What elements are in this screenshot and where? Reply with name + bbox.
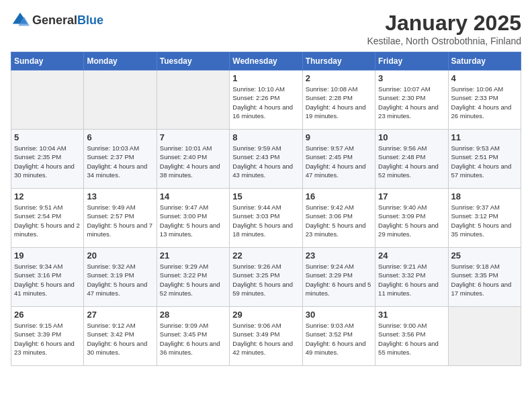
day-number: 26 (14, 310, 81, 320)
day-number: 27 (87, 310, 153, 320)
day-info: Sunrise: 9:37 AM Sunset: 3:12 PM Dayligh… (451, 203, 518, 238)
calendar-cell: 22Sunrise: 9:26 AM Sunset: 3:25 PM Dayli… (230, 248, 302, 307)
day-info: Sunrise: 9:06 AM Sunset: 3:49 PM Dayligh… (232, 321, 299, 357)
day-number: 9 (306, 132, 372, 142)
day-info: Sunrise: 10:03 AM Sunset: 2:37 PM Daylig… (87, 144, 153, 179)
calendar-cell (448, 307, 521, 366)
day-number: 7 (160, 132, 226, 142)
logo-icon (11, 11, 30, 30)
header: GeneralBlue January 2025 Kestilae, North… (11, 11, 521, 46)
calendar-cell: 26Sunrise: 9:15 AM Sunset: 3:39 PM Dayli… (11, 307, 84, 366)
day-info: Sunrise: 9:51 AM Sunset: 2:54 PM Dayligh… (14, 203, 81, 238)
day-number: 23 (306, 250, 372, 261)
day-info: Sunrise: 9:49 AM Sunset: 2:57 PM Dayligh… (87, 203, 153, 238)
day-number: 5 (14, 132, 81, 142)
calendar-cell: 30Sunrise: 9:03 AM Sunset: 3:52 PM Dayli… (302, 307, 375, 366)
calendar-cell: 6Sunrise: 10:03 AM Sunset: 2:37 PM Dayli… (84, 130, 157, 189)
day-info: Sunrise: 9:32 AM Sunset: 3:19 PM Dayligh… (87, 262, 153, 298)
day-info: Sunrise: 9:15 AM Sunset: 3:39 PM Dayligh… (14, 321, 81, 357)
day-info: Sunrise: 10:04 AM Sunset: 2:35 PM Daylig… (14, 144, 81, 179)
calendar-cell: 21Sunrise: 9:29 AM Sunset: 3:22 PM Dayli… (157, 248, 229, 307)
day-info: Sunrise: 10:10 AM Sunset: 2:26 PM Daylig… (232, 85, 299, 120)
title-area: January 2025 Kestilae, North Ostrobothni… (367, 11, 521, 46)
calendar-cell (157, 71, 229, 130)
day-info: Sunrise: 9:03 AM Sunset: 3:52 PM Dayligh… (306, 321, 372, 357)
calendar-cell (11, 71, 84, 130)
header-day-wednesday: Wednesday (230, 52, 302, 71)
week-row-3: 12Sunrise: 9:51 AM Sunset: 2:54 PM Dayli… (11, 189, 521, 248)
day-info: Sunrise: 9:18 AM Sunset: 3:35 PM Dayligh… (451, 262, 518, 298)
day-info: Sunrise: 10:06 AM Sunset: 2:33 PM Daylig… (451, 85, 518, 120)
header-day-tuesday: Tuesday (157, 52, 229, 71)
day-info: Sunrise: 10:07 AM Sunset: 2:30 PM Daylig… (378, 85, 445, 120)
day-info: Sunrise: 9:26 AM Sunset: 3:25 PM Dayligh… (232, 262, 299, 298)
day-info: Sunrise: 9:44 AM Sunset: 3:03 PM Dayligh… (232, 203, 299, 238)
day-info: Sunrise: 9:53 AM Sunset: 2:51 PM Dayligh… (451, 144, 518, 179)
logo: GeneralBlue (11, 11, 103, 30)
calendar-cell: 20Sunrise: 9:32 AM Sunset: 3:19 PM Dayli… (84, 248, 157, 307)
day-info: Sunrise: 9:59 AM Sunset: 2:43 PM Dayligh… (232, 144, 299, 179)
day-number: 18 (451, 191, 518, 201)
day-number: 14 (160, 191, 226, 201)
day-info: Sunrise: 9:57 AM Sunset: 2:45 PM Dayligh… (306, 144, 372, 179)
calendar-cell: 28Sunrise: 9:09 AM Sunset: 3:45 PM Dayli… (157, 307, 229, 366)
calendar-cell: 8Sunrise: 9:59 AM Sunset: 2:43 PM Daylig… (230, 130, 302, 189)
logo-text-blue: Blue (77, 13, 103, 27)
calendar-cell (84, 71, 157, 130)
calendar-cell: 9Sunrise: 9:57 AM Sunset: 2:45 PM Daylig… (302, 130, 375, 189)
day-info: Sunrise: 9:56 AM Sunset: 2:48 PM Dayligh… (378, 144, 445, 179)
calendar-cell: 7Sunrise: 10:01 AM Sunset: 2:40 PM Dayli… (157, 130, 229, 189)
calendar-cell: 15Sunrise: 9:44 AM Sunset: 3:03 PM Dayli… (230, 189, 302, 248)
calendar-cell: 4Sunrise: 10:06 AM Sunset: 2:33 PM Dayli… (448, 71, 521, 130)
calendar-cell: 13Sunrise: 9:49 AM Sunset: 2:57 PM Dayli… (84, 189, 157, 248)
calendar-cell: 24Sunrise: 9:21 AM Sunset: 3:32 PM Dayli… (375, 248, 448, 307)
day-number: 16 (306, 191, 372, 201)
day-info: Sunrise: 9:21 AM Sunset: 3:32 PM Dayligh… (378, 262, 445, 298)
day-number: 21 (160, 250, 226, 261)
day-number: 19 (14, 250, 81, 261)
day-info: Sunrise: 10:01 AM Sunset: 2:40 PM Daylig… (160, 144, 226, 179)
header-day-monday: Monday (84, 52, 157, 71)
day-info: Sunrise: 9:00 AM Sunset: 3:56 PM Dayligh… (378, 321, 445, 357)
calendar-cell: 2Sunrise: 10:08 AM Sunset: 2:28 PM Dayli… (302, 71, 375, 130)
day-info: Sunrise: 9:09 AM Sunset: 3:45 PM Dayligh… (160, 321, 226, 357)
calendar-title: January 2025 (367, 11, 521, 36)
day-info: Sunrise: 9:47 AM Sunset: 3:00 PM Dayligh… (160, 203, 226, 238)
calendar-cell: 18Sunrise: 9:37 AM Sunset: 3:12 PM Dayli… (448, 189, 521, 248)
day-info: Sunrise: 10:08 AM Sunset: 2:28 PM Daylig… (306, 85, 372, 120)
calendar-cell: 31Sunrise: 9:00 AM Sunset: 3:56 PM Dayli… (375, 307, 448, 366)
week-row-4: 19Sunrise: 9:34 AM Sunset: 3:16 PM Dayli… (11, 248, 521, 307)
calendar-cell: 5Sunrise: 10:04 AM Sunset: 2:35 PM Dayli… (11, 130, 84, 189)
day-number: 1 (232, 73, 299, 83)
day-number: 31 (378, 310, 445, 320)
day-info: Sunrise: 9:24 AM Sunset: 3:29 PM Dayligh… (306, 262, 372, 298)
calendar-cell: 10Sunrise: 9:56 AM Sunset: 2:48 PM Dayli… (375, 130, 448, 189)
header-day-friday: Friday (375, 52, 448, 71)
week-row-5: 26Sunrise: 9:15 AM Sunset: 3:39 PM Dayli… (11, 307, 521, 366)
header-day-saturday: Saturday (448, 52, 521, 71)
calendar-cell: 29Sunrise: 9:06 AM Sunset: 3:49 PM Dayli… (230, 307, 302, 366)
calendar-cell: 16Sunrise: 9:42 AM Sunset: 3:06 PM Dayli… (302, 189, 375, 248)
day-number: 13 (87, 191, 153, 201)
day-number: 4 (451, 73, 518, 83)
calendar-cell: 19Sunrise: 9:34 AM Sunset: 3:16 PM Dayli… (11, 248, 84, 307)
calendar-cell: 14Sunrise: 9:47 AM Sunset: 3:00 PM Dayli… (157, 189, 229, 248)
week-row-1: 1Sunrise: 10:10 AM Sunset: 2:26 PM Dayli… (11, 71, 521, 130)
day-number: 29 (232, 310, 299, 320)
logo-text-general: General (32, 13, 77, 27)
day-number: 25 (451, 250, 518, 261)
day-number: 17 (378, 191, 445, 201)
calendar-header-row: SundayMondayTuesdayWednesdayThursdayFrid… (11, 52, 521, 71)
day-number: 28 (160, 310, 226, 320)
day-number: 20 (87, 250, 153, 261)
calendar-cell: 27Sunrise: 9:12 AM Sunset: 3:42 PM Dayli… (84, 307, 157, 366)
day-number: 2 (306, 73, 372, 83)
calendar-subtitle: Kestilae, North Ostrobothnia, Finland (367, 36, 521, 46)
day-number: 30 (306, 310, 372, 320)
calendar-cell: 23Sunrise: 9:24 AM Sunset: 3:29 PM Dayli… (302, 248, 375, 307)
day-number: 15 (232, 191, 299, 201)
week-row-2: 5Sunrise: 10:04 AM Sunset: 2:35 PM Dayli… (11, 130, 521, 189)
day-number: 11 (451, 132, 518, 142)
header-day-thursday: Thursday (302, 52, 375, 71)
day-info: Sunrise: 9:12 AM Sunset: 3:42 PM Dayligh… (87, 321, 153, 357)
